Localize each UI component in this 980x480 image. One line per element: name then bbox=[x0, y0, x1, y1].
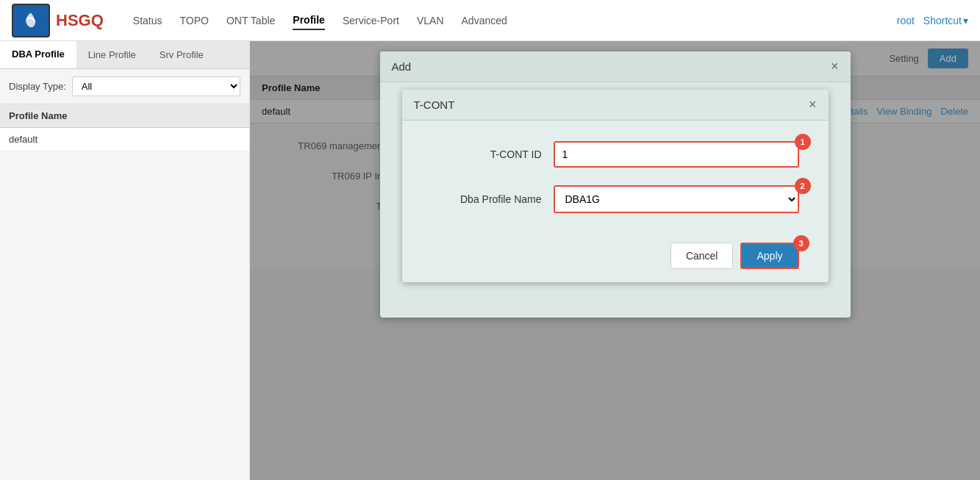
filter-row: Display Type: All bbox=[0, 69, 249, 104]
tcont-dialog-header: T-CONT × bbox=[402, 90, 829, 121]
apply-btn-wrapper: Apply 3 bbox=[740, 243, 798, 269]
shortcut-chevron-icon: ▾ bbox=[963, 15, 968, 26]
profile-name-default: default bbox=[9, 134, 240, 145]
badge-1: 1 bbox=[795, 134, 811, 150]
tab-line-profile[interactable]: Line Profile bbox=[76, 41, 148, 68]
profile-row-default[interactable]: default bbox=[0, 128, 249, 151]
tab-bar: DBA Profile Line Profile Srv Profile bbox=[0, 41, 249, 69]
nav-vlan[interactable]: VLAN bbox=[417, 12, 444, 29]
dba-profile-select[interactable]: DBA1G bbox=[554, 185, 799, 213]
cancel-button[interactable]: Cancel bbox=[670, 243, 734, 269]
add-dialog-title: Add bbox=[392, 60, 412, 73]
tcont-dialog-close-icon[interactable]: × bbox=[809, 97, 817, 112]
tcont-dialog-footer: Cancel Apply 3 bbox=[402, 235, 829, 282]
nav-advanced[interactable]: Advanced bbox=[462, 12, 507, 29]
add-dialog-close-icon[interactable]: × bbox=[831, 59, 839, 74]
nav-user: root bbox=[897, 15, 915, 26]
tab-srv-profile[interactable]: Srv Profile bbox=[148, 41, 215, 68]
add-dialog: Add × ForoISP T-CONT × T-CONT ID bbox=[380, 51, 851, 318]
profile-table-header: Profile Name bbox=[0, 104, 249, 128]
badge-2: 2 bbox=[795, 178, 811, 194]
add-dialog-header: Add × bbox=[380, 51, 851, 82]
bg-content: Setting Add Profile Name default View De… bbox=[250, 41, 980, 480]
nav-ont-table[interactable]: ONT Table bbox=[226, 12, 275, 29]
tcont-dialog-title: T-CONT bbox=[414, 98, 455, 111]
nav-right: root Shortcut ▾ bbox=[897, 15, 968, 26]
display-type-select[interactable]: All bbox=[72, 76, 240, 96]
tab-dba-profile[interactable]: DBA Profile bbox=[0, 41, 76, 68]
nav-service-port[interactable]: Service-Port bbox=[343, 12, 399, 29]
nav-status[interactable]: Status bbox=[133, 12, 162, 29]
profile-name-header: Profile Name bbox=[9, 110, 240, 121]
apply-button[interactable]: Apply bbox=[740, 243, 798, 269]
badge-3: 3 bbox=[793, 235, 809, 251]
nav-topo[interactable]: TOPO bbox=[180, 12, 209, 29]
nav-profile[interactable]: Profile bbox=[293, 11, 325, 30]
nav-shortcut[interactable]: Shortcut ▾ bbox=[923, 15, 968, 26]
tcont-id-row: T-CONT ID 1 bbox=[432, 141, 799, 168]
tcont-id-label: T-CONT ID bbox=[432, 148, 542, 160]
shortcut-label: Shortcut bbox=[923, 15, 962, 26]
tcont-id-input[interactable] bbox=[554, 141, 799, 168]
tcont-dialog-body: T-CONT ID 1 Dba Profile Name DBA1G bbox=[402, 121, 829, 235]
logo-text: HSGQ bbox=[56, 11, 104, 30]
dba-profile-row: Dba Profile Name DBA1G 2 bbox=[432, 185, 799, 213]
left-panel: DBA Profile Line Profile Srv Profile Dis… bbox=[0, 41, 250, 480]
tcont-dialog: T-CONT × T-CONT ID 1 Dba Prof bbox=[402, 90, 829, 282]
nav-links: Status TOPO ONT Table Profile Service-Po… bbox=[133, 11, 897, 30]
main-area: DBA Profile Line Profile Srv Profile Dis… bbox=[0, 41, 980, 480]
dba-profile-label: Dba Profile Name bbox=[432, 193, 542, 205]
logo-area: HSGQ bbox=[12, 4, 104, 37]
filter-label: Display Type: bbox=[9, 81, 66, 92]
logo-icon bbox=[12, 4, 50, 37]
top-navigation: HSGQ Status TOPO ONT Table Profile Servi… bbox=[0, 0, 980, 41]
add-dialog-body: ForoISP T-CONT × T-CONT ID 1 bbox=[380, 82, 851, 318]
